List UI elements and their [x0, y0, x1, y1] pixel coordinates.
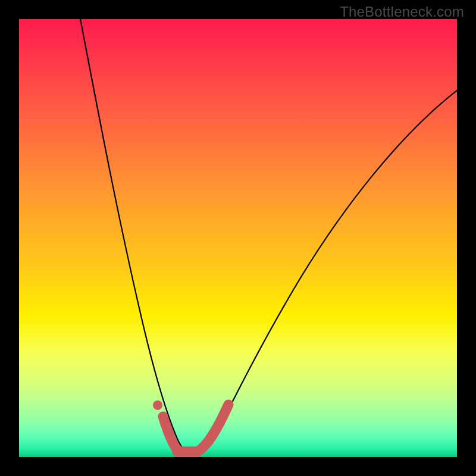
chart-overlay-svg: [19, 19, 457, 457]
bottleneck-curve: [80, 19, 457, 456]
highlight-dot-icon: [153, 400, 162, 410]
highlight-right: [198, 405, 228, 452]
chart-frame: TheBottleneck.com: [0, 0, 476, 476]
watermark-label: TheBottleneck.com: [340, 4, 464, 20]
